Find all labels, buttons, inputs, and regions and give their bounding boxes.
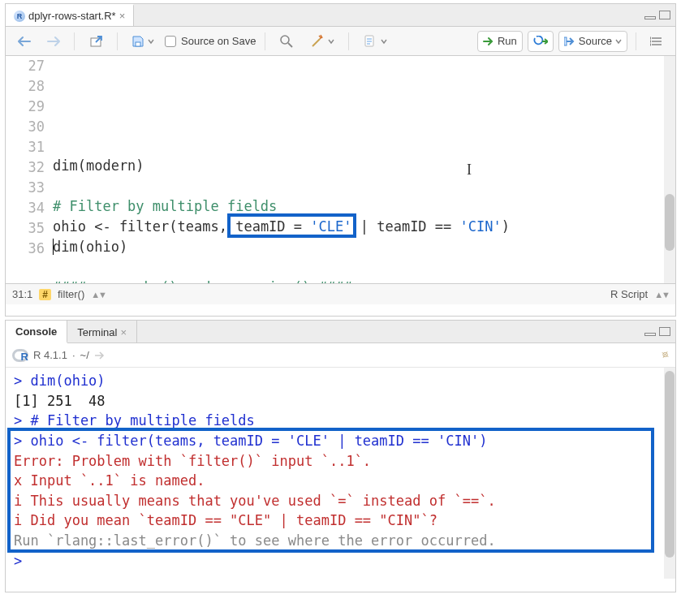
source-button[interactable]: Source: [558, 31, 627, 52]
chevron-down-icon: [148, 38, 154, 45]
svg-point-2: [281, 36, 289, 44]
save-button[interactable]: [126, 31, 160, 52]
line-gutter: 27282930313233 343536: [6, 56, 53, 283]
console-line: i This usually means that you've used `=…: [14, 491, 667, 511]
scroll-thumb[interactable]: [665, 194, 675, 251]
code-line[interactable]: dim(ohio): [53, 237, 675, 257]
source-on-save-label: Source on Save: [181, 35, 256, 47]
chevron-down-icon: [381, 38, 387, 45]
toolbar-separator: [265, 32, 265, 50]
editor-window-controls: [644, 4, 675, 26]
console-line: x Input `..1` is named.: [14, 471, 667, 491]
scroll-thumb[interactable]: [665, 371, 675, 558]
scope-tag-icon: #: [39, 289, 51, 300]
code-line[interactable]: [53, 176, 675, 196]
line-number: 33: [6, 178, 45, 198]
compile-report-button[interactable]: [357, 31, 393, 52]
run-button[interactable]: Run: [477, 31, 523, 52]
console-line: > ohio <- filter(teams, teamID = 'CLE' |…: [14, 431, 667, 451]
line-number: 28: [6, 76, 45, 97]
toolbar-separator: [117, 32, 118, 50]
code-line[interactable]: ohio <- filter(teams, teamID = 'CLE' | t…: [53, 217, 675, 237]
lang-updown-icon[interactable]: ▲▼: [654, 290, 669, 299]
console-line: Run `rlang::last_error()` to see where t…: [14, 531, 667, 551]
console-pane: Console Terminal × R R 4.1.1 · ~/ ⌖ > di…: [5, 320, 676, 592]
cursor-position: 31:1: [12, 288, 32, 300]
chevron-down-icon: [328, 38, 334, 45]
back-button[interactable]: [12, 31, 37, 52]
language-mode[interactable]: R Script: [610, 288, 648, 300]
close-icon[interactable]: ×: [120, 326, 127, 338]
console-window-controls: [644, 321, 675, 342]
editor-tab-filename: dplyr-rows-start.R*: [28, 10, 116, 22]
close-tab-icon[interactable]: ×: [119, 10, 126, 22]
tab-console[interactable]: Console: [6, 321, 67, 343]
toolbar-separator: [74, 32, 75, 50]
console-line: Error: Problem with `filter()` input `..…: [14, 451, 667, 472]
editor-tab-active[interactable]: R dplyr-rows-start.R* ×: [6, 4, 134, 26]
console-line: > dim(ohio): [14, 371, 667, 391]
line-number: 30: [6, 117, 45, 137]
source-label: Source: [579, 35, 612, 47]
code-editor[interactable]: 27282930313233 343536 I dim(modern)# Fil…: [6, 56, 675, 283]
toolbar-separator: [348, 32, 349, 50]
outline-button[interactable]: [644, 31, 669, 52]
r-logo-icon: R: [12, 349, 28, 362]
run-label: Run: [498, 35, 517, 47]
line-number: 29: [6, 97, 45, 117]
code-line[interactable]: #### group_by() and summarise() ####: [53, 278, 675, 283]
working-dir[interactable]: ~/: [80, 349, 89, 361]
goto-dir-icon[interactable]: [94, 351, 106, 360]
code-tools-button[interactable]: [304, 31, 340, 52]
editor-toolbar: Source on Save Run Source: [6, 27, 675, 56]
editor-scrollbar[interactable]: [664, 56, 675, 283]
r-file-icon: R: [14, 11, 25, 22]
console-line: i Did you mean `teamID == "CLE" | teamID…: [14, 510, 667, 531]
tab-terminal-label: Terminal: [77, 326, 117, 338]
code-line[interactable]: dim(modern): [53, 156, 675, 176]
chevron-down-icon: [615, 38, 622, 45]
tab-console-label: Console: [15, 325, 57, 338]
editor-statusbar: 31:1 # filter() ▲▼ R Script ▲▼: [6, 283, 675, 304]
rerun-button[interactable]: [528, 31, 554, 52]
console-tabbar: Console Terminal ×: [6, 321, 675, 343]
maximize-pane-icon[interactable]: [659, 327, 670, 336]
text-cursor-icon: I: [467, 159, 472, 180]
console-line: > # Filter by multiple fields: [14, 411, 667, 431]
line-number: 35: [6, 218, 45, 239]
scope-name[interactable]: filter(): [58, 288, 84, 300]
find-button[interactable]: [274, 31, 300, 52]
svg-rect-4: [564, 37, 567, 45]
editor-pane: R dplyr-rows-start.R* × Source on Save: [5, 3, 676, 317]
editor-tabbar: R dplyr-rows-start.R* ×: [6, 4, 675, 27]
console-line: >: [14, 551, 667, 571]
toolbar-separator: [636, 32, 636, 50]
line-number: 36: [6, 239, 45, 259]
forward-button[interactable]: [41, 31, 66, 52]
console-line: [1] 251 48: [14, 391, 667, 411]
code-line[interactable]: # Filter by multiple fields: [53, 196, 675, 217]
minimize-pane-icon[interactable]: [644, 16, 656, 19]
dot-separator: ·: [72, 349, 75, 361]
tab-terminal[interactable]: Terminal ×: [67, 321, 137, 342]
maximize-pane-icon[interactable]: [659, 11, 670, 19]
console-scrollbar[interactable]: [664, 368, 675, 579]
console-output[interactable]: > dim(ohio)[1] 251 48> # Filter by multi…: [6, 368, 675, 579]
source-on-save-checkbox[interactable]: [165, 36, 176, 47]
line-number: 32: [6, 157, 45, 178]
line-number: 31: [6, 137, 45, 157]
scope-updown-icon[interactable]: ▲▼: [91, 290, 106, 299]
minimize-pane-icon[interactable]: [644, 333, 656, 336]
console-info-bar: R R 4.1.1 · ~/ ⌖: [6, 343, 675, 368]
svg-rect-1: [136, 42, 140, 46]
line-number: 34: [6, 198, 45, 218]
show-in-new-window-button[interactable]: [83, 31, 109, 52]
code-line[interactable]: [53, 257, 675, 278]
r-version: R 4.1.1: [33, 349, 67, 361]
code-column[interactable]: I dim(modern)# Filter by multiple fields…: [53, 56, 675, 283]
clear-console-icon[interactable]: ⌖: [657, 346, 673, 364]
line-number: 27: [6, 56, 45, 76]
